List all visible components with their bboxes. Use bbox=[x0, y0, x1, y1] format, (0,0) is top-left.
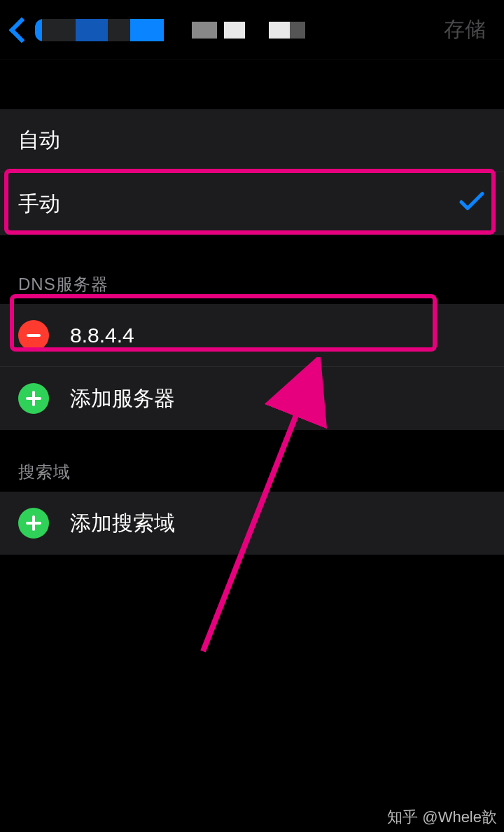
mode-auto-label: 自动 bbox=[18, 126, 60, 155]
save-button[interactable]: 存储 bbox=[444, 15, 486, 44]
search-domains-section: 搜索域 添加搜索域 bbox=[0, 461, 504, 555]
dns-section-title: DNS服务器 bbox=[0, 273, 504, 304]
remove-icon[interactable] bbox=[18, 320, 49, 351]
dns-server-row[interactable]: 8.8.4.4 bbox=[0, 304, 504, 367]
add-server-label: 添加服务器 bbox=[70, 384, 175, 413]
dns-server-value: 8.8.4.4 bbox=[70, 324, 134, 347]
add-icon[interactable] bbox=[18, 508, 49, 539]
add-search-domain-label: 添加搜索域 bbox=[70, 509, 175, 538]
dns-mode-group: 自动 手动 bbox=[0, 109, 504, 235]
checkmark-icon bbox=[459, 191, 484, 217]
add-icon[interactable] bbox=[18, 383, 49, 414]
back-icon[interactable] bbox=[8, 15, 25, 45]
watermark-label: 知乎 @Whele歆 bbox=[387, 807, 497, 828]
add-search-domain-row[interactable]: 添加搜索域 bbox=[0, 492, 504, 555]
nav-header: 存储 bbox=[0, 0, 504, 60]
mode-manual-row[interactable]: 手动 bbox=[0, 172, 504, 235]
dns-servers-section: DNS服务器 8.8.4.4 添加服务器 bbox=[0, 273, 504, 430]
search-domain-section-title: 搜索域 bbox=[0, 461, 504, 492]
mode-auto-row[interactable]: 自动 bbox=[0, 109, 504, 172]
header-title-redacted bbox=[35, 19, 305, 41]
add-server-row[interactable]: 添加服务器 bbox=[0, 367, 504, 430]
mode-manual-label: 手动 bbox=[18, 190, 60, 219]
